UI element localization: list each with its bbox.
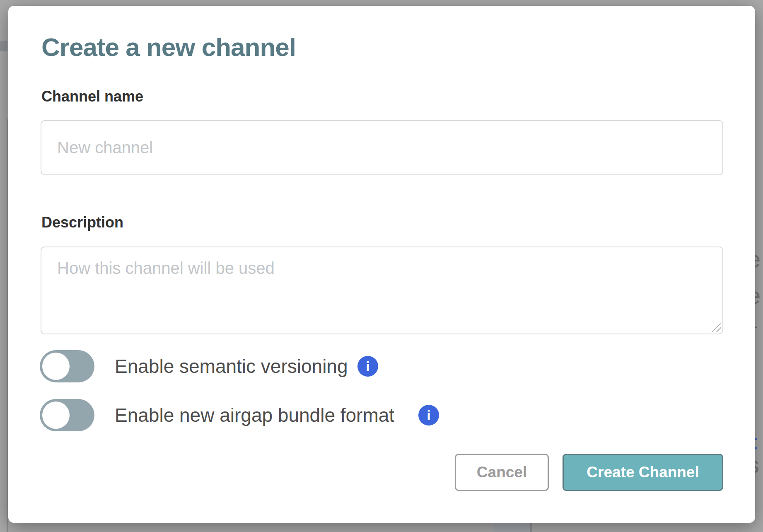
screen: e e ia l tt s Create a new channel Chann… — [0, 0, 763, 532]
dimmed-table-divider — [530, 523, 532, 532]
toggle-knob — [42, 401, 70, 429]
modal-title: Create a new channel — [41, 32, 296, 62]
description-textarea[interactable] — [41, 247, 723, 334]
info-icon[interactable]: i — [357, 356, 378, 377]
description-field-wrap — [41, 247, 723, 334]
semantic-versioning-label: Enable semantic versioning — [115, 355, 348, 377]
info-icon[interactable]: i — [418, 405, 439, 426]
channel-name-input[interactable] — [41, 120, 723, 175]
airgap-bundle-toggle[interactable] — [40, 399, 94, 431]
resize-handle-icon[interactable] — [711, 322, 721, 332]
dimmed-table-cell — [493, 523, 530, 532]
description-label: Description — [41, 214, 123, 231]
dimmed-page-edge — [0, 41, 7, 51]
create-channel-modal: Create a new channel Channel name Descri… — [8, 6, 755, 523]
create-channel-button[interactable]: Create Channel — [563, 454, 723, 491]
semantic-versioning-toggle[interactable] — [40, 350, 94, 382]
dimmed-panel-border — [7, 119, 8, 532]
airgap-bundle-label: Enable new airgap bundle format — [115, 404, 394, 426]
channel-name-label: Channel name — [41, 88, 143, 105]
cancel-button[interactable]: Cancel — [455, 454, 549, 491]
toggle-knob — [42, 353, 70, 380]
